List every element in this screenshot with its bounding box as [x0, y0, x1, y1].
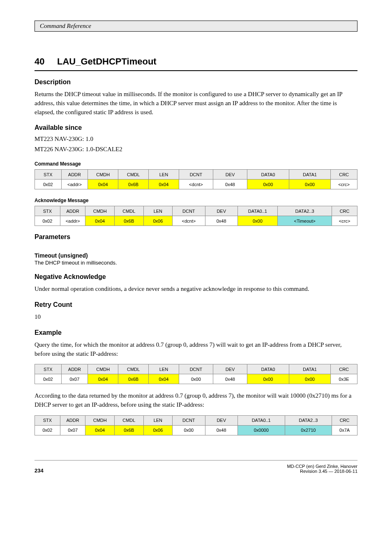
th: CMDL	[115, 415, 144, 425]
footer-doc: MD-CCP (en) Gerd Zinke, Hanover	[287, 464, 357, 469]
th: DATA2..3	[285, 415, 332, 425]
nack-text: Under normal operation conditions, a dev…	[35, 285, 357, 294]
th: DATA1	[289, 364, 331, 374]
cell: <dcnt>	[173, 216, 205, 226]
th-len: LEN	[143, 206, 173, 216]
cell: 0x04	[149, 374, 179, 384]
cell: 0x04	[149, 180, 179, 189]
cell: 0x48	[205, 425, 238, 435]
cell: 0x02	[35, 374, 62, 384]
param-name: Timeout (unsigned)	[35, 252, 357, 259]
th-d01: DATA0..1	[238, 206, 277, 216]
cell: 0x48	[213, 180, 247, 189]
cell: <Timeout>	[277, 216, 332, 226]
command-message-table: STX ADDR CMDH CMDL LEN DCNT DEV DATA0 DA…	[35, 169, 357, 189]
th-d0: DATA0	[247, 170, 289, 180]
th-cmdh: CMDH	[88, 170, 118, 180]
command-message-caption: Command Message	[35, 161, 357, 167]
header-title: Command Reference	[40, 23, 91, 29]
th-stx: STX	[35, 170, 62, 180]
th: DATA0..1	[238, 415, 285, 425]
cell: <addr>	[60, 216, 85, 226]
cell: 0x6B	[118, 374, 149, 384]
cell: 0x48	[205, 216, 238, 226]
parameters-heading: Parameters	[35, 233, 357, 241]
section-number: 40	[35, 56, 44, 67]
example1-table: STX ADDR CMDH CMDL LEN DCNT DEV DATA0 DA…	[35, 364, 357, 384]
th-d1: DATA1	[289, 170, 331, 180]
th: ADDR	[61, 364, 88, 374]
th-crc: CRC	[332, 206, 357, 216]
section-title: 40 LAU_GetDHCPTimeout	[35, 56, 357, 67]
th-cmdl: CMDL	[115, 206, 144, 216]
table-row: 0x02 0x07 0x04 0x6B 0x06 0x00 0x48 0x000…	[35, 425, 357, 435]
cell: 0x00	[247, 180, 289, 189]
cell: 0x48	[213, 374, 247, 384]
cell: 0x00	[289, 180, 331, 189]
th: CMDH	[85, 415, 115, 425]
th-cmdl: CMDL	[118, 170, 149, 180]
th: LEN	[143, 415, 173, 425]
section-name: LAU_GetDHCPTimeout	[57, 56, 157, 67]
cell: 0x06	[143, 425, 173, 435]
cell: 0x3E	[331, 374, 357, 384]
th: DATA0	[247, 364, 289, 374]
th: DCNT	[173, 415, 205, 425]
cell: 0x6B	[115, 425, 144, 435]
table-row: 0x02 0x07 0x04 0x6B 0x04 0x00 0x48 0x00 …	[35, 374, 357, 384]
cell: 0x04	[88, 374, 118, 384]
th-len: LEN	[149, 170, 179, 180]
th-dev: DEV	[205, 206, 238, 216]
table-header-row: STX ADDR CMDH CMDL LEN DCNT DEV DATA0..1…	[35, 415, 357, 425]
th-addr: ADDR	[61, 170, 88, 180]
example2-table: STX ADDR CMDH CMDL LEN DCNT DEV DATA0..1…	[35, 415, 357, 435]
example-heading: Example	[35, 329, 357, 336]
cell: 0x00	[173, 425, 205, 435]
th-cmdh: CMDH	[85, 206, 115, 216]
retry-heading: Retry Count	[35, 301, 357, 309]
description-heading: Description	[35, 78, 357, 86]
cell: <addr>	[61, 180, 88, 189]
cell: 0x2710	[285, 425, 332, 435]
cell: 0x6B	[115, 216, 144, 226]
th-dcnt: DCNT	[173, 206, 205, 216]
header-bar: Command Reference	[35, 21, 357, 32]
table-header-row: STX ADDR CMDH CMDL LEN DCNT DEV DATA0 DA…	[35, 364, 357, 374]
th-addr: ADDR	[60, 206, 85, 216]
cell: 0x07	[61, 374, 88, 384]
cell: 0x04	[85, 216, 115, 226]
cell: 0x00	[289, 374, 331, 384]
th: STX	[35, 364, 62, 374]
footer: 234 MD-CCP (en) Gerd Zinke, Hanover Revi…	[35, 460, 357, 474]
th-stx: STX	[35, 206, 60, 216]
cell: <crc>	[331, 180, 357, 189]
th-d23: DATA2..3	[277, 206, 332, 216]
th-dcnt: DCNT	[179, 170, 213, 180]
th: LEN	[149, 364, 179, 374]
ack-message-caption: Acknowledge Message	[35, 198, 357, 203]
th-crc: CRC	[331, 170, 357, 180]
page-number: 234	[35, 467, 44, 474]
cell: 0x00	[247, 374, 289, 384]
th: ADDR	[60, 415, 85, 425]
since-line-1: MT223 NAV-230G: 1.0	[35, 136, 357, 143]
footer-info: MD-CCP (en) Gerd Zinke, Hanover Revision…	[287, 464, 357, 474]
cell: 0x02	[35, 216, 60, 226]
th: CMDH	[88, 364, 118, 374]
cell: 0x02	[35, 180, 62, 189]
th: DCNT	[179, 364, 213, 374]
th: CRC	[331, 364, 357, 374]
example1-text: Query the time, for which the monitor at…	[35, 341, 357, 359]
example2-text: According to the data returned by the mo…	[35, 391, 357, 410]
table-header-row: STX ADDR CMDH CMDL LEN DCNT DEV DATA0 DA…	[35, 170, 357, 180]
cell: 0x04	[85, 425, 115, 435]
cell: 0x7A	[332, 425, 357, 435]
table-header-row: STX ADDR CMDH CMDL LEN DCNT DEV DATA0..1…	[35, 206, 357, 216]
th: DEV	[213, 364, 247, 374]
th: DEV	[205, 415, 238, 425]
ack-message-table: STX ADDR CMDH CMDL LEN DCNT DEV DATA0..1…	[35, 206, 357, 226]
th-dev: DEV	[213, 170, 247, 180]
cell: <crc>	[332, 216, 357, 226]
footer-rev: Revision 3.45 — 2018-06-11	[287, 469, 357, 474]
since-heading: Available since	[35, 124, 357, 131]
